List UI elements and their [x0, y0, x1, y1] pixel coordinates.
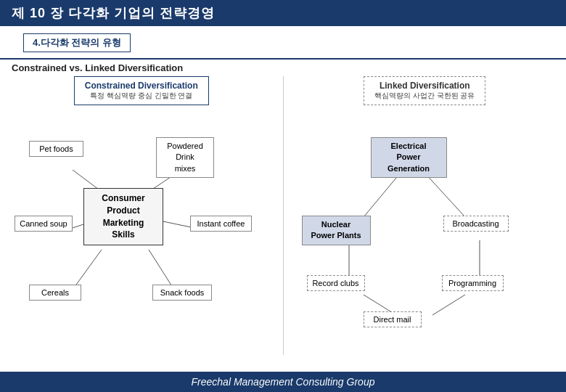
- nuclear-node: NuclearPower Plants: [302, 216, 371, 245]
- constrained-title: Constrained Diversification: [85, 81, 198, 91]
- electrical-node: ElectricalPowerGeneration: [371, 137, 447, 178]
- record-clubs-node: Record clubs: [307, 275, 365, 291]
- svg-line-7: [425, 173, 465, 217]
- right-panel: Linked Diversification 핵심역량의 사업간 국한된 공유: [283, 76, 559, 355]
- center-node: Consumer Product Marketing Skills: [83, 188, 163, 245]
- broadcasting-node: Broadcasting: [443, 216, 509, 232]
- svg-line-5: [149, 250, 174, 290]
- svg-line-3: [160, 221, 194, 228]
- snack-foods-node: Snack foods: [152, 285, 212, 301]
- header-title: 제 10 장 다각화 기업의 전략경영: [12, 6, 215, 20]
- powdered-drink-node: PowderedDrinkmixes: [156, 137, 214, 178]
- section-title: Constrained vs. Linked Diversification: [12, 62, 554, 73]
- constrained-subtitle: 특정 핵심역량 중심 긴밀한 연결: [85, 91, 198, 101]
- linked-box: Linked Diversification 핵심역량의 사업간 국한된 공유: [364, 76, 485, 105]
- linked-title: Linked Diversification: [374, 81, 475, 91]
- footer: Freechal Management Consulting Group: [0, 372, 566, 392]
- cereals-node: Cereals: [29, 285, 81, 301]
- svg-line-11: [432, 295, 465, 315]
- linked-subtitle: 핵심역량의 사업간 국한된 공유: [374, 91, 475, 101]
- header: 제 10 장 다각화 기업의 전략경영: [0, 0, 566, 26]
- direct-mail-node: Direct mail: [364, 311, 422, 327]
- subheader-label: 4.다각화 전략의 유형: [23, 33, 131, 52]
- constrained-box: Constrained Diversification 특정 핵심역량 중심 긴…: [74, 76, 209, 105]
- instant-coffee-node: Instant coffee: [190, 216, 252, 232]
- svg-line-4: [73, 250, 102, 290]
- programming-node: Programming: [442, 275, 504, 291]
- left-panel: Constrained Diversification 특정 핵심역량 중심 긴…: [7, 76, 276, 355]
- footer-label: Freechal Management Consulting Group: [192, 376, 375, 388]
- pet-foods-node: Pet foods: [29, 141, 83, 157]
- svg-line-6: [364, 173, 400, 217]
- canned-soup-node: Canned soup: [15, 216, 73, 232]
